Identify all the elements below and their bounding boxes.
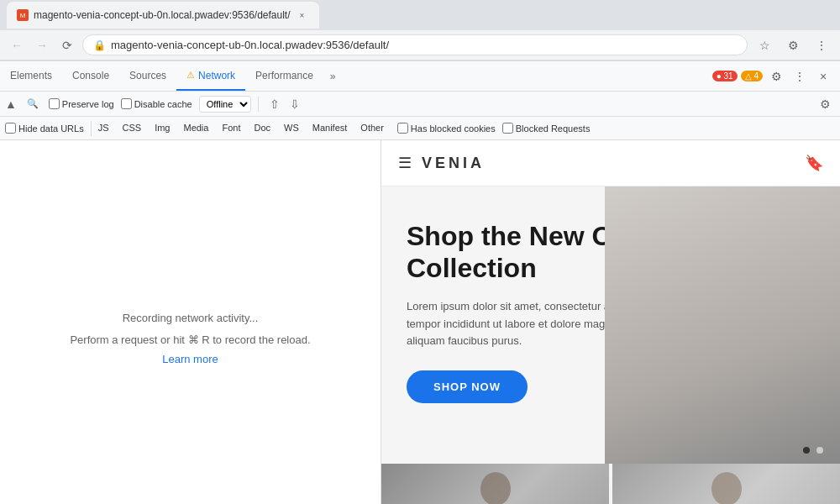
- carousel-dot-2[interactable]: [816, 447, 823, 454]
- has-blocked-label[interactable]: Has blocked cookies: [397, 123, 496, 134]
- person-image-left: [381, 464, 609, 504]
- resource-doc[interactable]: Doc: [247, 119, 277, 138]
- blocked-requests-label[interactable]: Blocked Requests: [502, 123, 591, 134]
- resource-media[interactable]: Media: [176, 119, 215, 138]
- devtools-tab-list: Elements Console Sources ⚠ Network Perfo…: [0, 61, 323, 91]
- lock-icon: 🔒: [93, 39, 106, 51]
- devtools-panel: Recording network activity... Perform a …: [0, 140, 381, 504]
- tab-favicon: M: [17, 9, 29, 21]
- tab-network[interactable]: ⚠ Network: [176, 61, 245, 91]
- person-image-right: [612, 464, 840, 504]
- site-header: ☰ VENIA 🔖: [381, 140, 840, 186]
- devtools-actions: ● 31 △ 4 ⚙ ⋮ ×: [712, 66, 840, 87]
- carousel-dots: [803, 447, 823, 454]
- blocked-requests-checkbox[interactable]: [502, 123, 513, 134]
- resource-css[interactable]: CSS: [116, 119, 149, 138]
- tab-performance[interactable]: Performance: [245, 61, 323, 91]
- filter-icon[interactable]: ▲: [5, 97, 17, 111]
- tab-close-button[interactable]: ×: [296, 8, 309, 22]
- disable-cache-checkbox[interactable]: [121, 98, 132, 109]
- menu-button[interactable]: ⋮: [810, 34, 833, 57]
- recording-text: Recording network activity...: [70, 310, 310, 327]
- close-devtools-button[interactable]: ×: [813, 66, 833, 87]
- person-silhouette-left: [462, 468, 529, 504]
- devtools-filter-bar: ▲ 🔍 Preserve log Disable cache Offline ⇧…: [0, 92, 840, 117]
- bottom-images: [381, 464, 840, 504]
- tab-bar: M magento-venia-concept-ub-0n.local.pwad…: [0, 0, 840, 30]
- hide-data-urls-label[interactable]: Hide data URLs: [5, 123, 84, 134]
- learn-more-link[interactable]: Learn more: [162, 353, 218, 365]
- resource-font[interactable]: Font: [215, 119, 247, 138]
- back-button[interactable]: ←: [7, 35, 27, 55]
- more-tabs-button[interactable]: »: [323, 71, 343, 82]
- perform-text: Perform a request or hit ⌘ R to record t…: [70, 332, 310, 349]
- reload-button[interactable]: ⟳: [57, 35, 77, 55]
- hamburger-icon[interactable]: ☰: [398, 154, 412, 172]
- filter-settings-button[interactable]: ⚙: [815, 94, 835, 114]
- warning-badge: △ 4: [741, 71, 763, 81]
- browser-tab[interactable]: M magento-venia-concept-ub-0n.local.pwad…: [7, 2, 319, 29]
- address-field[interactable]: 🔒 magento-venia-concept-ub-0n.local.pwad…: [82, 34, 748, 55]
- forward-button[interactable]: →: [32, 35, 52, 55]
- person-silhouette-right: [693, 468, 760, 504]
- hide-data-urls-checkbox[interactable]: [5, 123, 16, 134]
- main-area: Recording network activity... Perform a …: [0, 140, 840, 504]
- svg-point-1: [711, 472, 742, 504]
- settings-button[interactable]: ⚙: [766, 66, 786, 87]
- resource-manifest[interactable]: Manifest: [306, 119, 354, 138]
- tab-elements[interactable]: Elements: [0, 61, 62, 91]
- import-button[interactable]: ⇧: [265, 95, 284, 113]
- resource-js[interactable]: JS: [92, 119, 116, 138]
- site-logo: VENIA: [422, 155, 485, 172]
- extensions-button[interactable]: ⚙: [781, 34, 805, 57]
- resource-img[interactable]: Img: [148, 119, 176, 138]
- warning-icon: ⚠: [186, 70, 195, 81]
- resource-ws[interactable]: WS: [277, 119, 306, 138]
- tab-console[interactable]: Console: [62, 61, 119, 91]
- address-bar: ← → ⟳ 🔒 magento-venia-concept-ub-0n.loca…: [0, 30, 840, 60]
- offline-select[interactable]: Offline: [199, 96, 251, 113]
- model-shape: [605, 186, 840, 464]
- error-badge: ● 31: [712, 71, 738, 81]
- preserve-log-label[interactable]: Preserve log: [49, 98, 114, 109]
- devtools-toolbar: Elements Console Sources ⚠ Network Perfo…: [0, 61, 840, 92]
- hero-section: Shop the New Outerwear Collection Lorem …: [381, 186, 840, 464]
- tab-title: magento-venia-concept-ub-0n.local.pwadev…: [34, 9, 291, 21]
- disable-cache-label[interactable]: Disable cache: [121, 98, 192, 109]
- product-image-left: [381, 464, 609, 504]
- carousel-dot-1[interactable]: [803, 447, 810, 454]
- browser-chrome: M magento-venia-concept-ub-0n.local.pwad…: [0, 0, 840, 61]
- dock-button[interactable]: ⋮: [790, 66, 810, 87]
- recording-message: Recording network activity... Perform a …: [70, 310, 310, 365]
- product-image-right: [612, 464, 840, 504]
- bookmark-button[interactable]: ☆: [753, 34, 776, 57]
- svg-point-0: [480, 472, 511, 504]
- preserve-log-checkbox[interactable]: [49, 98, 60, 109]
- export-button[interactable]: ⇩: [286, 95, 304, 113]
- import-export-buttons: ⇧ ⇩: [265, 95, 304, 113]
- shop-now-button[interactable]: SHOP NOW: [407, 370, 528, 403]
- url-text: magento-venia-concept-ub-0n.local.pwadev…: [111, 39, 737, 51]
- resource-type-bar: Hide data URLs JS CSS Img Media Font Doc…: [0, 117, 840, 140]
- filter-divider: [258, 97, 259, 112]
- search-button[interactable]: 🔍: [24, 95, 42, 113]
- website-preview: ☰ VENIA 🔖 Shop the New Outerwear Collect…: [381, 140, 840, 504]
- hero-model-image: [605, 186, 840, 464]
- has-blocked-checkbox[interactable]: [397, 123, 408, 134]
- tab-sources[interactable]: Sources: [119, 61, 176, 91]
- tag-icon[interactable]: 🔖: [805, 154, 823, 172]
- resource-other[interactable]: Other: [354, 119, 391, 138]
